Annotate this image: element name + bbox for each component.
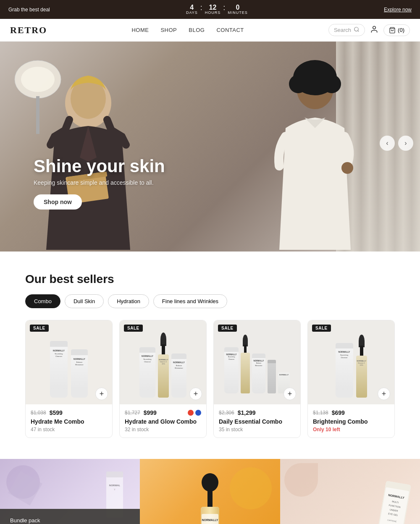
cart-button[interactable]: (0) xyxy=(383,24,410,36)
original-price-4: $1,138 xyxy=(313,410,328,416)
color-dot-blue xyxy=(195,410,201,416)
countdown-hours: 12 HOURS xyxy=(205,4,221,15)
svg-rect-23 xyxy=(207,491,213,508)
filter-tabs: Combo Dull Skin Hydration Fine lines and… xyxy=(25,294,395,308)
product-prices-3: $2,306 $1,299 xyxy=(219,409,295,416)
countdown-sep1: : xyxy=(200,3,202,12)
product-grid: SALE NORMALLYNourishingCleanser NORMALLY… xyxy=(25,320,395,438)
svg-point-0 xyxy=(354,27,358,31)
color-swatches-2 xyxy=(188,410,201,416)
filter-tab-dull-skin[interactable]: Dull Skin xyxy=(65,294,104,308)
header: RETRO HOME SHOP BLOG CONTACT Search (0) xyxy=(0,19,420,42)
promo-label-bundle: Bundle pack xyxy=(10,517,130,524)
product-card-1: SALE NORMALLYNourishingCleanser NORMALLY… xyxy=(25,320,113,438)
hero-content: Shine your skin Keeping skincare simple … xyxy=(34,157,165,210)
countdown-minutes: 0 MINUTES xyxy=(228,4,248,15)
best-sellers-section: Our best sellers Combo Dull Skin Hydrati… xyxy=(0,252,420,459)
search-icon xyxy=(354,26,360,34)
promo-shape-orange xyxy=(230,467,272,509)
svg-point-2 xyxy=(373,26,376,29)
product-stock-1: 47 in stock xyxy=(31,427,107,432)
product-info-3: $2,306 $1,299 Daily Essential Combo 35 i… xyxy=(214,404,300,438)
person-right xyxy=(269,44,361,252)
svg-point-22 xyxy=(202,473,218,492)
product-card-2: SALE NORMALLYNourishingCleanser NORMAL xyxy=(119,320,207,438)
search-box[interactable]: Search xyxy=(328,24,365,36)
sale-price-1: $599 xyxy=(50,409,63,416)
sale-price-2: $999 xyxy=(144,409,157,416)
main-nav: HOME SHOP BLOG CONTACT xyxy=(131,27,244,33)
slider-prev-button[interactable]: ‹ xyxy=(380,136,395,151)
explore-link[interactable]: Explore now xyxy=(384,7,412,13)
slider-next-button[interactable]: › xyxy=(398,136,413,151)
product-stock-4: Only 10 left xyxy=(313,427,389,432)
product-prices-1: $1,038 $599 xyxy=(31,409,107,416)
promo-card-cream: NORMALLY MULTI FUNCTION UNDER EYE GEL CA… xyxy=(280,459,420,524)
product-prices-4: $1,138 $699 xyxy=(313,409,389,416)
user-icon[interactable] xyxy=(370,25,378,35)
promo-shape-peach xyxy=(284,463,318,497)
product-image-2: SALE NORMALLYNourishingCleanser NORMAL xyxy=(120,320,206,404)
hero-cta-button[interactable]: Shop now xyxy=(34,194,82,210)
original-price-1: $1,038 xyxy=(31,410,46,416)
add-to-cart-btn-2[interactable]: + xyxy=(189,388,202,400)
cream-tube: NORMALLY MULTI FUNCTION UNDER EYE GEL CA… xyxy=(367,472,419,524)
original-price-2: $1,727 xyxy=(125,410,140,416)
search-placeholder: Search xyxy=(334,27,351,33)
product-card-3: SALE NORMALLYNourishingCleanser xyxy=(213,320,301,438)
product-info-1: $1,038 $599 Hydrate Me Combo 47 in stock xyxy=(26,404,112,438)
countdown-days: 4 DAYS xyxy=(186,4,198,15)
product-name-3: Daily Essential Combo xyxy=(219,418,295,425)
product-stock-2: 32 in stock xyxy=(125,427,201,432)
hero-heading: Shine your skin xyxy=(34,157,165,176)
add-to-cart-btn-4[interactable]: + xyxy=(378,388,390,400)
filter-tab-combo[interactable]: Combo xyxy=(25,294,60,308)
product-name-4: Brightening Combo xyxy=(313,418,389,425)
nav-contact[interactable]: CONTACT xyxy=(216,27,244,33)
sale-price-3: $1,299 xyxy=(238,409,256,416)
countdown-sep2: : xyxy=(223,3,225,12)
product-card-4: SALE NORMALLYNourishingCleanser NORMAL xyxy=(307,320,395,438)
color-dot-red xyxy=(188,410,194,416)
promo-card-bundle: NORMAL Y Bundle pack Disc. Upto 35% Shop… xyxy=(0,459,140,524)
announcement-text: Grab the best deal xyxy=(8,7,50,13)
sale-badge-1: SALE xyxy=(30,325,49,332)
product-info-2: $1,727 $999 Hydrate and Glow Combo 32 in… xyxy=(120,404,206,438)
person-left xyxy=(34,52,143,252)
nav-shop[interactable]: SHOP xyxy=(160,27,177,33)
product-image-4: SALE NORMALLYNourishingCleanser NORMAL xyxy=(308,320,394,404)
svg-point-17 xyxy=(341,162,353,174)
product-name-1: Hydrate Me Combo xyxy=(31,418,107,425)
filter-tab-fine-lines[interactable]: Fine lines and Wrinkles xyxy=(153,294,227,308)
svg-rect-19 xyxy=(106,472,123,477)
promo-grid: NORMAL Y Bundle pack Disc. Upto 35% Shop… xyxy=(0,459,420,524)
original-price-3: $2,306 xyxy=(219,410,234,416)
product-image-3: SALE NORMALLYNourishingCleanser xyxy=(214,320,300,404)
svg-point-15 xyxy=(298,65,313,80)
product-info-4: $1,138 $699 Brightening Combo Only 10 le… xyxy=(308,404,394,438)
add-to-cart-btn-1[interactable]: + xyxy=(95,388,108,400)
filter-tab-hydration[interactable]: Hydration xyxy=(108,294,149,308)
product-visual-2: NORMALLYNourishingCleanser NORMALLYVitam… xyxy=(133,320,193,404)
hero-section: Shine your skin Keeping skincare simple … xyxy=(0,42,420,252)
svg-line-1 xyxy=(358,31,359,32)
nav-home[interactable]: HOME xyxy=(131,27,149,33)
sale-badge-2: SALE xyxy=(124,325,143,332)
sale-badge-4: SALE xyxy=(312,325,331,332)
promo-overlay-bundle: Bundle pack Disc. Upto 35% Shop Now xyxy=(0,509,140,524)
hero-subheading: Keeping skincare simple and accessible t… xyxy=(34,179,165,186)
promo-card-serum: NORMALLY Vitamin C 15% for Brightening xyxy=(140,459,280,524)
announcement-bar: Grab the best deal 4 DAYS : 12 HOURS : 0… xyxy=(0,0,420,19)
product-stock-3: 35 in stock xyxy=(219,427,295,432)
sale-badge-3: SALE xyxy=(218,325,237,332)
add-to-cart-btn-3[interactable]: + xyxy=(284,388,296,400)
nav-blog[interactable]: BLOG xyxy=(189,27,205,33)
svg-point-16 xyxy=(317,65,332,80)
countdown: 4 DAYS : 12 HOURS : 0 MINUTES xyxy=(186,3,248,16)
svg-text:NORMALLY: NORMALLY xyxy=(202,519,218,521)
product-visual-4: NORMALLYNourishingCleanser NORMALLYVitam… xyxy=(329,320,374,404)
product-name-2: Hydrate and Glow Combo xyxy=(125,418,201,425)
product-visual-1: NORMALLYNourishingCleanser NORMALLYBalan… xyxy=(43,320,94,404)
product-image-1: SALE NORMALLYNourishingCleanser NORMALLY… xyxy=(26,320,112,404)
site-logo[interactable]: RETRO xyxy=(10,25,47,36)
